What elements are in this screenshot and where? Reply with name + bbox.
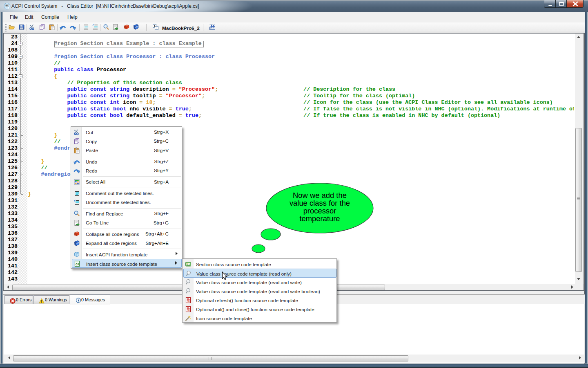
svg-text:Now we add the: Now we add the: [293, 191, 347, 200]
svg-text:temperature: temperature: [299, 214, 340, 223]
svg-text:c: c: [189, 300, 190, 303]
svg-text:c: c: [189, 309, 190, 312]
svg-text:c#: c#: [76, 262, 80, 266]
svg-text:value class for the: value class for the: [290, 199, 350, 207]
svg-text:processor: processor: [303, 206, 336, 215]
